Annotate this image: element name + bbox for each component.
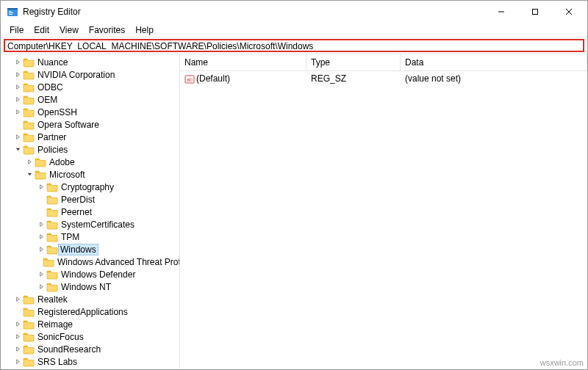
tree-item-label: Reimage <box>37 319 74 330</box>
value-list: ab(Default)REG_SZ(value not set) <box>180 71 587 87</box>
folder-icon <box>23 107 35 117</box>
folder-icon <box>23 120 35 130</box>
tree-item-label: PeerDist <box>60 195 96 205</box>
tree-item[interactable]: Windows <box>1 243 179 255</box>
chevron-right-icon[interactable] <box>12 109 23 115</box>
list-pane[interactable]: Name Type Data ab(Default)REG_SZ(value n… <box>180 54 587 369</box>
svg-rect-1 <box>7 8 18 10</box>
folder-icon <box>23 319 35 330</box>
chevron-down-icon[interactable] <box>12 146 23 153</box>
tree-item[interactable]: Windows NT <box>1 280 179 293</box>
chevron-right-icon[interactable] <box>12 134 23 140</box>
folder-icon <box>23 82 35 92</box>
tree-item[interactable]: TPM <box>1 231 179 243</box>
tree-item[interactable]: NVIDIA Corporation <box>1 68 179 81</box>
addressbar-container: Computer\HKEY_LOCAL_MACHINE\SOFTWARE\Pol… <box>1 37 587 54</box>
tree-item[interactable]: Peernet <box>1 206 179 218</box>
chevron-right-icon[interactable] <box>36 233 46 240</box>
folder-icon <box>46 182 58 192</box>
svg-rect-2 <box>9 11 12 12</box>
minimize-button[interactable] <box>484 1 518 23</box>
tree-item-label: NVIDIA Corporation <box>37 70 115 80</box>
tree-item[interactable]: Synaptics <box>1 368 179 369</box>
folder-icon <box>46 207 58 217</box>
chevron-right-icon[interactable] <box>12 358 23 365</box>
folder-icon <box>23 70 35 80</box>
tree-item-label: RegisteredApplications <box>37 307 129 317</box>
chevron-right-icon[interactable] <box>12 59 23 65</box>
menu-view[interactable]: View <box>55 24 83 36</box>
menu-help[interactable]: Help <box>131 24 158 36</box>
column-header-name[interactable]: Name <box>180 54 306 70</box>
tree-item-label: SystemCertificates <box>60 220 135 230</box>
tree-item[interactable]: RegisteredApplications <box>1 305 179 318</box>
folder-icon <box>43 257 54 267</box>
tree-item[interactable]: SRS Labs <box>1 355 179 368</box>
column-header-type[interactable]: Type <box>306 54 401 70</box>
tree-item[interactable]: SonicFocus <box>1 330 179 343</box>
tree-item[interactable]: ODBC <box>1 81 179 93</box>
tree-item[interactable]: Microsoft <box>1 168 179 181</box>
tree-item-label: Cryptography <box>60 182 115 192</box>
tree-item[interactable]: Partner <box>1 131 179 143</box>
chevron-right-icon[interactable] <box>12 96 23 103</box>
string-value-icon: ab <box>184 74 195 84</box>
svg-rect-6 <box>533 10 538 15</box>
tree-item[interactable]: Windows Advanced Threat Prote <box>1 255 179 268</box>
tree-pane[interactable]: NuanceNVIDIA CorporationODBCOEMOpenSSHOp… <box>1 54 180 369</box>
tree-item[interactable]: Cryptography <box>1 181 179 193</box>
menu-edit[interactable]: Edit <box>29 24 54 36</box>
tree-item-label: Peernet <box>60 207 93 217</box>
value-name: (Default) <box>196 73 230 84</box>
tree-item-label: Windows <box>58 244 98 255</box>
folder-icon <box>46 282 58 292</box>
tree-item[interactable]: Adobe <box>1 156 179 168</box>
tree-item-label: Microsoft <box>49 170 86 180</box>
chevron-right-icon[interactable] <box>36 184 46 190</box>
value-row[interactable]: ab(Default)REG_SZ(value not set) <box>180 71 587 87</box>
close-button[interactable] <box>552 1 586 23</box>
tree-item-label: Opera Software <box>37 120 100 130</box>
tree-item[interactable]: Reimage <box>1 318 179 330</box>
tree-item[interactable]: Policies <box>1 143 179 156</box>
tree-item[interactable]: SoundResearch <box>1 343 179 355</box>
folder-icon <box>23 307 35 317</box>
tree-item[interactable]: Nuance <box>1 56 179 68</box>
folder-icon <box>23 132 35 142</box>
chevron-right-icon[interactable] <box>12 296 23 302</box>
menu-file[interactable]: File <box>5 24 28 36</box>
folder-icon <box>23 294 35 305</box>
menubar: File Edit View Favorites Help <box>1 23 587 37</box>
tree-item[interactable]: OpenSSH <box>1 106 179 118</box>
value-data: (value not set) <box>401 71 587 87</box>
chevron-right-icon[interactable] <box>12 321 23 327</box>
tree-item-label: Policies <box>37 145 68 155</box>
titlebar: Registry Editor <box>1 1 587 23</box>
maximize-button[interactable] <box>518 1 552 23</box>
tree-item[interactable]: Realtek <box>1 293 179 305</box>
tree-item[interactable]: SystemCertificates <box>1 218 179 231</box>
tree-item-label: OEM <box>37 95 58 105</box>
chevron-right-icon[interactable] <box>12 333 23 340</box>
chevron-right-icon[interactable] <box>36 246 46 253</box>
chevron-right-icon[interactable] <box>12 71 23 78</box>
chevron-right-icon[interactable] <box>36 221 46 228</box>
chevron-right-icon[interactable] <box>12 346 23 352</box>
column-header-data[interactable]: Data <box>401 54 587 70</box>
chevron-right-icon[interactable] <box>12 84 23 90</box>
address-input[interactable]: Computer\HKEY_LOCAL_MACHINE\SOFTWARE\Pol… <box>4 39 584 52</box>
tree-item[interactable]: Opera Software <box>1 118 179 131</box>
content-area: NuanceNVIDIA CorporationODBCOEMOpenSSHOp… <box>1 54 587 369</box>
tree-item[interactable]: Windows Defender <box>1 268 179 280</box>
tree-item-label: Nuance <box>37 57 68 68</box>
tree-item-label: Partner <box>37 132 67 142</box>
chevron-right-icon[interactable] <box>36 271 46 278</box>
chevron-right-icon[interactable] <box>36 283 46 290</box>
folder-icon <box>46 220 58 230</box>
tree-item[interactable]: PeerDist <box>1 193 179 206</box>
chevron-right-icon[interactable] <box>24 159 35 165</box>
chevron-down-icon[interactable] <box>24 171 35 178</box>
tree-item[interactable]: OEM <box>1 93 179 106</box>
folder-icon <box>23 145 35 155</box>
menu-favorites[interactable]: Favorites <box>85 24 129 36</box>
